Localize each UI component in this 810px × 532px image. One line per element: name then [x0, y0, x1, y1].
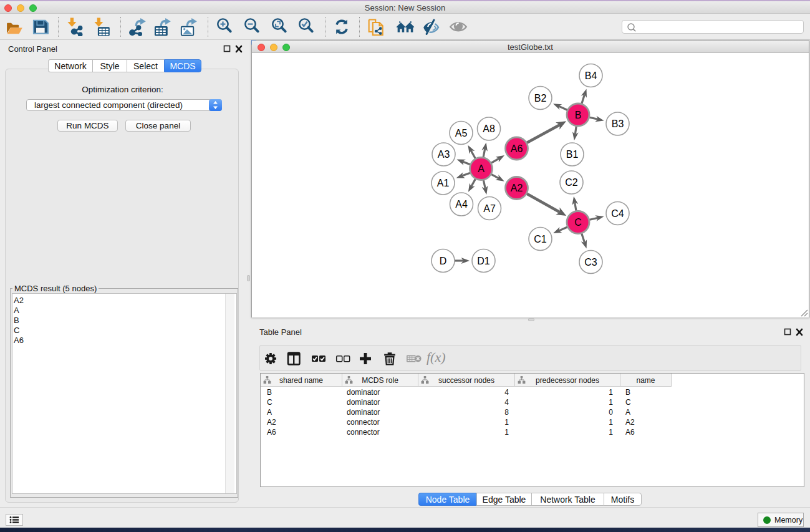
svg-text:A7: A7	[483, 203, 496, 214]
svg-text:A1: A1	[437, 178, 450, 188]
svg-text:B1: B1	[566, 149, 579, 160]
svg-text:C4: C4	[611, 208, 624, 219]
svg-text:B2: B2	[534, 93, 547, 104]
svg-text:C1: C1	[534, 234, 547, 244]
svg-text:A5: A5	[455, 128, 468, 138]
svg-text:A: A	[478, 163, 485, 174]
svg-text:A6: A6	[511, 143, 523, 154]
svg-text:C: C	[574, 217, 582, 228]
svg-text:A4: A4	[455, 199, 468, 210]
svg-text:A2: A2	[511, 183, 523, 193]
svg-text:B: B	[575, 110, 582, 120]
svg-text:B3: B3	[612, 118, 624, 129]
svg-text:D1: D1	[477, 256, 490, 266]
svg-text:C3: C3	[584, 257, 597, 268]
svg-text:A8: A8	[483, 123, 495, 134]
svg-text:C2: C2	[565, 177, 578, 188]
svg-text:A3: A3	[438, 149, 450, 160]
svg-text:D: D	[440, 256, 447, 266]
svg-text:B4: B4	[585, 70, 597, 81]
